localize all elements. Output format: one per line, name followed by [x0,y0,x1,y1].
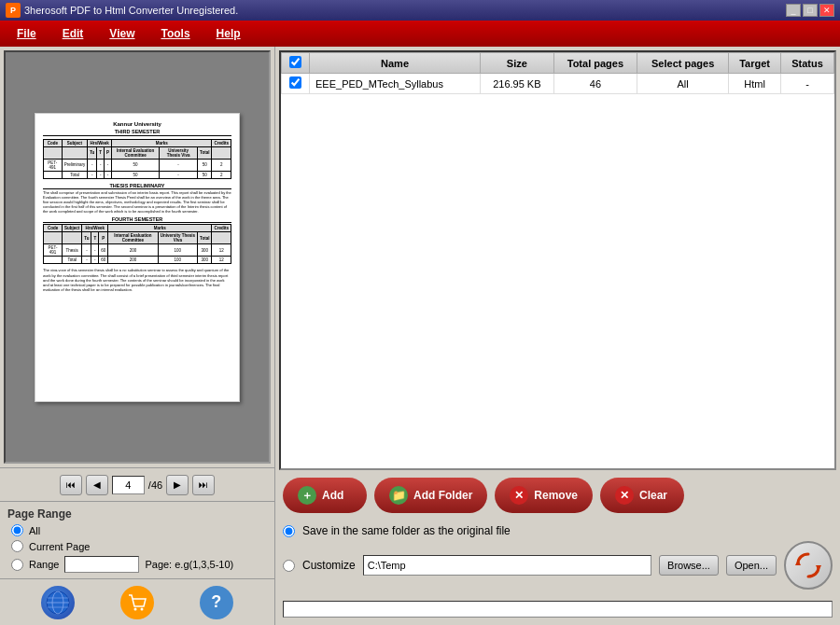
title-bar: P 3herosoft PDF to Html Converter Unregi… [0,0,840,21]
navigation-bar: ⏮ ◀ 4 /46 ▶ ⏭ [0,467,274,501]
range-input[interactable] [64,556,139,573]
add-folder-icon: 📁 [389,486,408,505]
table-header-size: Size [481,53,554,74]
svg-point-6 [140,607,143,610]
next-page-button[interactable]: ▶ [166,475,189,495]
table-header-select-pages: Select pages [637,53,729,74]
all-option-row: All [11,524,267,536]
row-checkbox[interactable] [289,76,301,89]
range-hint: Page: e.g(1,3,5-10) [145,559,233,570]
add-folder-button[interactable]: 📁 Add Folder [374,478,487,513]
menu-help[interactable]: Help [203,23,254,44]
current-page-radio[interactable] [11,540,23,552]
maximize-button[interactable]: □ [803,4,818,17]
pdf-page: Kannur University THIRD SEMESTER CodeSub… [35,113,240,402]
customize-row: Customize C:\Temp Browse... Open... [283,541,833,590]
current-page-option-row: Current Page [11,540,267,552]
menu-bar: File Edit View Tools Help [0,21,840,47]
help-icon-button[interactable]: ? [200,586,233,619]
title-text: 3herosoft PDF to Html Converter Unregist… [24,5,238,16]
select-all-checkbox[interactable] [289,56,301,68]
all-radio[interactable] [11,524,23,536]
clear-button[interactable]: ✕ Clear [600,478,684,513]
menu-view[interactable]: View [96,23,147,44]
menu-tools[interactable]: Tools [147,23,203,44]
page-range-section: Page Range All Current Page Range Page: … [0,501,274,578]
row-total-pages: 46 [553,74,637,94]
table-header-name: Name [310,53,481,74]
svg-point-5 [133,607,136,610]
customize-radio[interactable] [283,560,295,572]
row-checkbox-cell [282,74,310,94]
right-panel-wrapper: Name Size Total pages Select pages Targe… [275,47,840,625]
table-header-total-pages: Total pages [553,53,637,74]
pdf-university: Kannur University [43,121,231,127]
output-section: Save in the same folder as the original … [279,521,836,597]
row-status: - [781,74,834,94]
main-content: Kannur University THIRD SEMESTER CodeSub… [0,47,840,625]
file-table-container: Name Size Total pages Select pages Targe… [279,50,836,470]
total-pages-label: /46 [148,479,162,491]
menu-edit[interactable]: Edit [49,23,97,44]
last-page-button[interactable]: ⏭ [192,475,215,495]
add-icon: ＋ [298,486,316,505]
left-panel: Kannur University THIRD SEMESTER CodeSub… [0,47,275,625]
range-radio[interactable] [11,559,23,571]
remove-button[interactable]: ✕ Remove [495,478,593,513]
right-panel: Name Size Total pages Select pages Targe… [275,47,840,625]
cart-icon [120,586,154,619]
row-name: EEE_PED_MTech_Syllabus [310,74,481,94]
save-same-folder-row: Save in the same folder as the original … [283,524,833,537]
range-option-row: Range Page: e.g(1,3,5-10) [11,556,267,573]
svg-marker-8 [816,565,821,571]
close-button[interactable]: ✕ [819,4,834,17]
range-label: Range [29,559,59,570]
save-same-folder-radio[interactable] [283,525,295,537]
minimize-button[interactable]: _ [786,4,801,17]
customize-label: Customize [302,559,356,572]
globe-icon-button[interactable] [41,586,75,619]
prev-page-button[interactable]: ◀ [86,475,108,495]
convert-button[interactable] [784,541,833,590]
bottom-icons: ? [0,578,274,625]
page-range-title: Page Range [7,507,267,521]
page-range-options: All Current Page Range Page: e.g(1,3,5-1… [7,524,267,573]
pdf-preview: Kannur University THIRD SEMESTER CodeSub… [4,50,271,464]
menu-file[interactable]: File [4,23,49,44]
pdf-section: THESIS PRELIMINARY [43,183,231,189]
cart-icon-button[interactable] [120,586,154,619]
help-icon: ? [200,586,233,619]
table-header-target: Target [729,53,781,74]
page-number-input[interactable]: 4 [112,476,145,494]
file-table: Name Size Total pages Select pages Targe… [281,52,834,94]
progress-bar-container [283,601,833,618]
app-icon: P [6,3,21,18]
window-controls: _ □ ✕ [786,4,834,17]
pdf-semester: THIRD SEMESTER [43,129,231,136]
table-header-status: Status [781,53,834,74]
all-label: All [29,525,40,536]
pdf-fourth-semester: FOURTH SEMESTER [43,216,231,223]
browse-button[interactable]: Browse... [659,555,719,576]
open-button[interactable]: Open... [726,555,777,576]
row-target: Html [729,74,781,94]
table-row: EEE_PED_MTech_Syllabus 216.95 KB 46 All … [282,74,834,94]
clear-icon: ✕ [615,486,634,505]
table-header-check [282,53,310,74]
remove-icon: ✕ [510,486,528,505]
row-select-pages: All [637,74,729,94]
first-page-button[interactable]: ⏮ [60,475,82,495]
customize-path-input[interactable]: C:\Temp [363,555,651,576]
add-button[interactable]: ＋ Add [283,478,367,513]
save-same-folder-label: Save in the same folder as the original … [302,524,511,537]
row-size: 216.95 KB [481,74,554,94]
globe-icon [41,586,75,619]
current-page-label: Current Page [29,541,90,552]
svg-marker-7 [795,560,801,565]
action-buttons: ＋ Add 📁 Add Folder ✕ Remove ✕ Clear [279,470,836,521]
